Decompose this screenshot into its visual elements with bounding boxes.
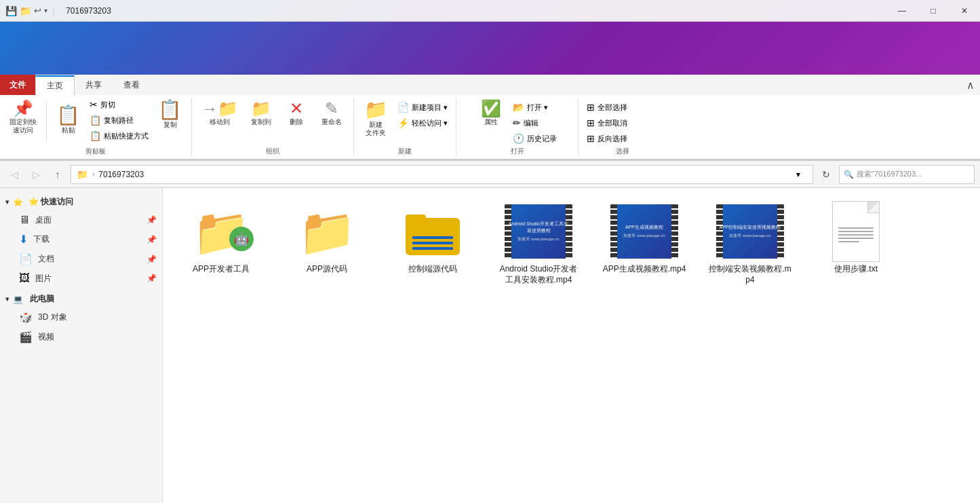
file-item-readme[interactable]: 使用步骤.txt (808, 199, 903, 291)
forward-button[interactable]: ▷ (27, 166, 45, 183)
pictures-icon: 🖼 (19, 272, 30, 284)
invert-select-button[interactable]: ⊞ 反向选择 (584, 132, 630, 145)
android-folder: 📁 🤖 (193, 208, 250, 255)
tab-view[interactable]: 查看 (113, 75, 151, 95)
file-item-app-dev-tools[interactable]: 📁 🤖 APP开发者工具 (174, 199, 269, 291)
new-folder-icon: 📁 (364, 100, 388, 119)
up-button[interactable]: ↑ (49, 166, 66, 183)
documents-label: 文档 (38, 253, 54, 265)
app-source-label: APP源代码 (307, 264, 347, 275)
open-button[interactable]: 📂 打开 ▾ (510, 100, 560, 114)
video-title: Android Studio开发者工具安装使用教程 (507, 221, 570, 233)
folder-tab (406, 215, 426, 224)
undo-icon[interactable]: ↩ (34, 5, 41, 16)
tab-home[interactable]: 主页 (35, 75, 75, 96)
thispc-label: 此电脑 (30, 293, 54, 305)
edit-button[interactable]: ✏ 编辑 (510, 116, 560, 130)
quick-access-section: ▾ ⭐ ⭐ 快速访问 🖥 桌面 📌 ⬇ 下载 📌 📄 文档 📌 (0, 193, 162, 288)
save-icon[interactable]: 💾 (5, 5, 17, 16)
desktop-icon: 🖥 (19, 214, 30, 226)
paste-shortcut-button[interactable]: 📋 粘贴快捷方式 (87, 129, 151, 143)
app-dev-tools-icon-container: 📁 🤖 (187, 204, 255, 259)
android-overlay-icon: 🤖 (229, 227, 254, 251)
thispc-section: ▾ 💻 此电脑 🎲 3D 对象 🎬 视频 (0, 291, 162, 347)
qa-dropdown-icon[interactable]: ▾ (44, 7, 47, 14)
history-button[interactable]: 🕐 历史记录 (510, 132, 560, 145)
folder-stripes (412, 236, 453, 250)
search-box[interactable]: 🔍 搜索"7016973203... (839, 165, 975, 184)
paste-button[interactable]: 📋 粘贴 (52, 98, 84, 143)
back-button[interactable]: ◁ (5, 166, 23, 183)
easy-access-button[interactable]: ⚡ 轻松访问 ▾ (395, 116, 450, 130)
sidebar-item-videos[interactable]: 🎬 视频 (0, 327, 162, 347)
sidebar: ▾ ⭐ ⭐ 快速访问 🖥 桌面 📌 ⬇ 下载 📌 📄 文档 📌 (0, 188, 163, 503)
quick-access-header[interactable]: ▾ ⭐ ⭐ 快速访问 (0, 193, 162, 210)
properties-button[interactable]: ✅ 属性 (475, 98, 507, 129)
file-item-app-source[interactable]: 📁 APP源代码 (279, 199, 374, 291)
search-icon: 🔍 (844, 170, 854, 179)
app-gen-video-icon-container: APP生成视频教程 加速哥 www.jiasuge.cn (610, 204, 678, 259)
open-icon: 📂 (513, 102, 524, 113)
ribbon-group-new: 📁 新建文件夹 📄 新建项目 ▾ ⚡ 轻松访问 ▾ (354, 98, 456, 156)
file-item-android-studio-video[interactable]: Android Studio开发者工具安装使用教程 加速哥 www.jiasug… (491, 199, 586, 291)
minimize-button[interactable]: — (886, 0, 918, 22)
address-dropdown[interactable]: ▾ (789, 165, 807, 184)
properties-icon: ✅ (481, 100, 501, 117)
copy-to-button[interactable]: 📁 复制到 (245, 98, 277, 129)
ribbon-group-organize: →📁 移动到 📁 复制到 ✕ 删除 ✎ 重命名 (192, 98, 354, 156)
tab-share[interactable]: 共享 (75, 75, 113, 95)
pin-icon: 📌 (13, 100, 33, 117)
sidebar-item-desktop[interactable]: 🖥 桌面 📌 (0, 210, 162, 229)
address-input[interactable]: 📁 › 7016973203 ▾ (71, 165, 813, 184)
refresh-button[interactable]: ↻ (817, 166, 835, 183)
pin-button[interactable]: 📌 固定到快速访问 (5, 98, 41, 137)
tab-file[interactable]: 文件 (0, 75, 35, 95)
filmstrip-right2 (671, 204, 678, 259)
window-title: 7016973203 (66, 6, 111, 16)
sidebar-item-documents[interactable]: 📄 文档 📌 (0, 249, 162, 269)
android-studio-video-thumb: Android Studio开发者工具安装使用教程 加速哥 www.jiasug… (505, 204, 572, 259)
delete-button[interactable]: ✕ 删除 (280, 98, 313, 129)
documents-icon: 📄 (19, 253, 33, 265)
title-strip: 💾 📁 ↩ ▾ | 7016973203 — □ ✕ (0, 0, 980, 22)
organize-buttons: →📁 移动到 📁 复制到 ✕ 删除 ✎ 重命名 (197, 98, 348, 145)
copy-to-icon: 📁 (251, 100, 271, 117)
cut-button[interactable]: ✂ 剪切 (87, 98, 151, 111)
text-file-icon (832, 201, 880, 262)
quick-access-label: ⭐ 快速访问 (28, 196, 73, 208)
video-subtitle3: 加速哥 www.jiasuge.cn (729, 233, 770, 239)
pictures-pin-icon: 📌 (146, 274, 157, 283)
new-item-icon: 📄 (397, 102, 409, 113)
video-content3: APP控制端安装使用视频教程 加速哥 www.jiasuge.cn (719, 224, 781, 239)
select-all-button[interactable]: ⊞ 全部选择 (584, 100, 630, 114)
history-icon: 🕐 (513, 133, 524, 144)
sidebar-item-pictures[interactable]: 🖼 图片 📌 (0, 269, 162, 288)
control-install-video-icon-container: APP控制端安装使用视频教程 加速哥 www.jiasuge.cn (716, 204, 784, 259)
new-folder-button[interactable]: 📁 新建文件夹 (359, 98, 392, 140)
file-item-control-install-video[interactable]: APP控制端安装使用视频教程 加速哥 www.jiasuge.cn 控制端安装视… (703, 199, 798, 291)
ribbon-tabs: 文件 主页 共享 查看 ∧ (0, 75, 980, 95)
sidebar-item-3dobjects[interactable]: 🎲 3D 对象 (0, 308, 162, 327)
maximize-button[interactable]: □ (918, 0, 949, 22)
open-label: 打开 (511, 147, 524, 156)
clipboard-buttons: 📌 固定到快速访问 📋 粘贴 ✂ (5, 98, 186, 145)
folder-icon[interactable]: 📁 (20, 5, 31, 16)
thispc-header[interactable]: ▾ 💻 此电脑 (0, 291, 162, 308)
file-item-app-gen-video[interactable]: APP生成视频教程 加速哥 www.jiasuge.cn APP生成视频教程.m… (597, 199, 692, 291)
text-line (838, 231, 874, 232)
move-icon: →📁 (201, 100, 238, 117)
app-source-icon-container: 📁 (293, 204, 361, 259)
ribbon-expand-button[interactable]: ∧ (961, 76, 980, 94)
rename-button[interactable]: ✎ 重命名 (315, 98, 348, 129)
copy-button[interactable]: 📋 复制 (154, 98, 186, 132)
ribbon: 文件 主页 共享 查看 ∧ 📌 固定到快速访问 (0, 75, 980, 161)
sidebar-item-downloads[interactable]: ⬇ 下载 📌 (0, 229, 162, 249)
select-none-button[interactable]: ⊞ 全部取消 (584, 116, 630, 130)
file-item-control-source[interactable]: 控制端源代码 (385, 199, 480, 291)
app-dev-tools-label: APP开发者工具 (193, 264, 250, 275)
move-to-button[interactable]: →📁 移动到 (197, 98, 242, 129)
videos-icon: 🎬 (19, 331, 33, 343)
new-item-button[interactable]: 📄 新建项目 ▾ (395, 100, 450, 114)
close-button[interactable]: ✕ (949, 0, 980, 22)
copy-path-button[interactable]: 📋 复制路径 (87, 113, 151, 127)
